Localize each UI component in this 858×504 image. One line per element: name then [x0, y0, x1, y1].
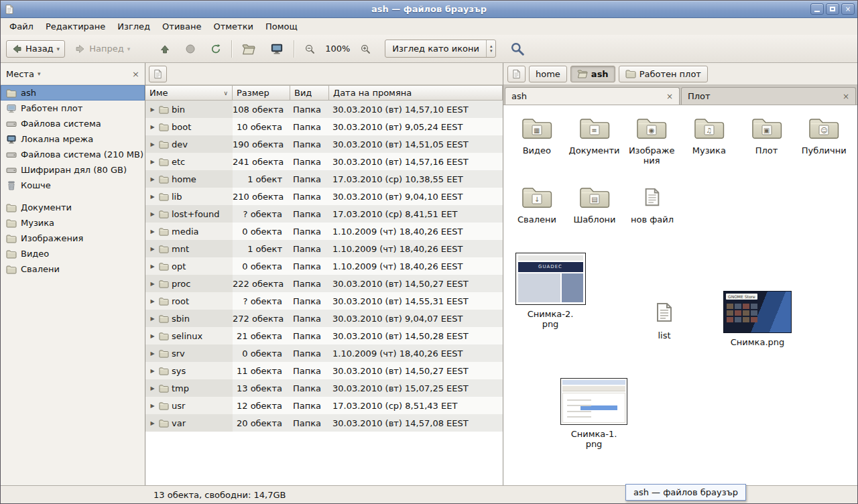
icon-item-list[interactable]: list — [637, 298, 691, 341]
computer-button[interactable] — [265, 40, 288, 58]
expander-icon[interactable]: ▶ — [149, 229, 156, 235]
forward-button[interactable]: Напред ▾ — [70, 41, 135, 57]
menu-item-bookmarks[interactable]: Отметки — [207, 19, 259, 34]
close-button[interactable]: × — [841, 3, 855, 15]
reload-button[interactable] — [206, 41, 226, 57]
table-row[interactable]: ▶usr12 обектаПапка17.03.2010 (ср) 8,51,4… — [145, 397, 503, 414]
table-row[interactable]: ▶root? обектаПапка30.03.2010 (вт) 14,55,… — [145, 292, 503, 310]
view-mode-selector[interactable]: Изглед като икони ▴▾ — [385, 40, 496, 58]
back-button[interactable]: Назад ▾ — [6, 40, 65, 58]
tab-ash[interactable]: ash × — [505, 87, 680, 105]
sidebar-item-downloads[interactable]: Свалени — [1, 261, 145, 277]
tab-close-icon[interactable]: × — [843, 92, 849, 101]
zoom-out-button[interactable] — [300, 41, 320, 57]
location-toggle-button[interactable] — [507, 66, 526, 82]
icon-item-desktop[interactable]: ▣ Плот — [739, 115, 795, 166]
titlebar[interactable]: ash — файлов браузър × — [1, 1, 857, 18]
expander-icon[interactable]: ▶ — [149, 246, 156, 252]
sidebar-close-icon[interactable]: × — [132, 69, 139, 79]
expander-icon[interactable]: ▶ — [149, 316, 156, 322]
column-header-type[interactable]: Вид — [290, 85, 329, 101]
table-row[interactable]: ▶proc222 обектаПапка30.03.2010 (вт) 14,5… — [145, 275, 503, 292]
icon-item-snimka[interactable]: GNOME Store Снимка.png — [715, 291, 800, 348]
expander-icon[interactable]: ▶ — [149, 107, 156, 113]
menu-item-go[interactable]: Отиване — [156, 19, 207, 34]
menu-item-file[interactable]: Файл — [3, 19, 40, 34]
expander-icon[interactable]: ▶ — [149, 368, 156, 374]
icon-item-new-file[interactable]: нов файл — [624, 184, 680, 225]
expander-icon[interactable]: ▶ — [149, 420, 156, 426]
table-row[interactable]: ▶sys11 обектаПапка30.03.2010 (вт) 14,50,… — [145, 362, 503, 379]
table-row[interactable]: ▶media0 обектаПапка1.10.2009 (чт) 18,40,… — [145, 223, 503, 240]
icon-item-snimka2[interactable]: GUADEC Снимка-2.png — [511, 253, 589, 330]
expander-icon[interactable]: ▶ — [149, 298, 156, 304]
table-row[interactable]: ▶opt0 обектаПапка1.10.2009 (чт) 18,40,26… — [145, 257, 503, 275]
table-row[interactable]: ▶mnt1 обектПапка1.10.2009 (чт) 18,40,26 … — [145, 240, 503, 257]
sidebar-item-encrypted-volume[interactable]: Шифриран дял (80 GB) — [1, 162, 145, 178]
column-header-size[interactable]: Размер — [233, 85, 290, 101]
expander-icon[interactable]: ▶ — [149, 281, 156, 287]
sidebar-item-music[interactable]: Музика — [1, 215, 145, 231]
expander-icon[interactable]: ▶ — [149, 403, 156, 409]
expander-icon[interactable]: ▶ — [149, 176, 156, 182]
icon-item-documents[interactable]: ≡ Документи — [566, 115, 623, 166]
icon-item-pictures[interactable]: ◉ Изображения — [623, 115, 680, 166]
table-row[interactable]: ▶boot10 обектаПапка30.03.2010 (вт) 9,05,… — [145, 118, 503, 135]
sidebar-title[interactable]: Места — [6, 69, 34, 79]
table-row[interactable]: ▶srv0 обектаПапка1.10.2009 (чт) 18,40,26… — [145, 344, 503, 362]
breadcrumb-home[interactable]: home — [529, 66, 567, 82]
table-row[interactable]: ▶lost+found? обектаПапка17.03.2010 (ср) … — [145, 205, 503, 223]
expander-icon[interactable]: ▶ — [149, 333, 156, 339]
tab-desktop[interactable]: Плот × — [681, 87, 856, 105]
table-row[interactable]: ▶tmp13 обектаПапка30.03.2010 (вт) 15,07,… — [145, 379, 503, 397]
sidebar-item-videos[interactable]: Видео — [1, 246, 145, 261]
breadcrumb-ash[interactable]: ash — [570, 66, 615, 82]
expander-icon[interactable]: ▶ — [149, 124, 156, 130]
expander-icon[interactable]: ▶ — [149, 194, 156, 200]
icon-item-snimka1[interactable]: Снимка-1.png — [554, 378, 634, 450]
column-header-date[interactable]: Дата на промяна — [329, 85, 503, 101]
sidebar-item-desktop[interactable]: Работен плот — [1, 101, 145, 116]
icon-item-public[interactable]: ☺ Публични — [796, 115, 852, 166]
menu-item-edit[interactable]: Редактиране — [40, 19, 111, 34]
spinner-arrows-icon[interactable]: ▴▾ — [486, 40, 496, 57]
sidebar-item-filesystem-210mb[interactable]: Файлова система (210 MB) — [1, 147, 145, 162]
search-button[interactable] — [505, 39, 530, 59]
sidebar-dropdown-icon[interactable]: ▾ — [38, 70, 41, 77]
expander-icon[interactable]: ▶ — [149, 351, 156, 357]
stop-button[interactable] — [180, 41, 200, 57]
sidebar-item-ash[interactable]: ash — [1, 85, 145, 101]
sidebar-item-filesystem[interactable]: Файлова система — [1, 116, 145, 131]
sidebar-item-network[interactable]: Локална мрежа — [1, 131, 145, 147]
table-row[interactable]: ▶lib210 обектаПапка30.03.2010 (вт) 9,04,… — [145, 188, 503, 205]
menu-item-view[interactable]: Изглед — [111, 19, 156, 34]
expander-icon[interactable]: ▶ — [149, 141, 156, 147]
table-row[interactable]: ▶var20 обектаПапка30.03.2010 (вт) 14,57,… — [145, 414, 503, 432]
expander-icon[interactable]: ▶ — [149, 211, 156, 217]
table-row[interactable]: ▶dev190 обектаПапка30.03.2010 (вт) 14,51… — [145, 135, 503, 153]
table-row[interactable]: ▶selinux21 обектаПапка30.03.2010 (вт) 14… — [145, 327, 503, 344]
icon-item-downloads[interactable]: ↓ Свалени — [509, 184, 565, 225]
table-row[interactable]: ▶home1 обектПапка17.03.2010 (ср) 10,38,5… — [145, 170, 503, 188]
breadcrumb-desktop[interactable]: Работен плот — [619, 66, 708, 82]
expander-icon[interactable]: ▶ — [149, 159, 156, 165]
location-toggle-button[interactable] — [149, 66, 167, 82]
icon-item-videos[interactable]: ▦ Видео — [509, 115, 565, 166]
expander-icon[interactable]: ▶ — [149, 263, 156, 269]
menu-item-help[interactable]: Помощ — [259, 19, 304, 34]
maximize-button[interactable] — [826, 3, 839, 15]
home-button[interactable] — [237, 40, 260, 58]
column-header-name[interactable]: Име ∨ — [145, 85, 233, 101]
table-row[interactable]: ▶bin108 обектаПапка30.03.2010 (вт) 14,57… — [145, 101, 503, 118]
table-row[interactable]: ▶etc241 обектаПапка30.03.2010 (вт) 14,57… — [145, 153, 503, 170]
up-button[interactable] — [155, 41, 175, 57]
tab-close-icon[interactable]: × — [666, 92, 673, 101]
zoom-in-button[interactable] — [355, 41, 375, 57]
icon-item-templates[interactable]: ▤ Шаблони — [566, 184, 623, 225]
expander-icon[interactable]: ▶ — [149, 385, 156, 391]
sidebar-item-documents[interactable]: Документи — [1, 200, 145, 215]
table-row[interactable]: ▶sbin272 обектаПапка30.03.2010 (вт) 9,04… — [145, 310, 503, 327]
minimize-button[interactable] — [810, 3, 824, 15]
sidebar-item-pictures[interactable]: Изображения — [1, 231, 145, 246]
icon-item-music[interactable]: ♫ Музика — [681, 115, 737, 166]
